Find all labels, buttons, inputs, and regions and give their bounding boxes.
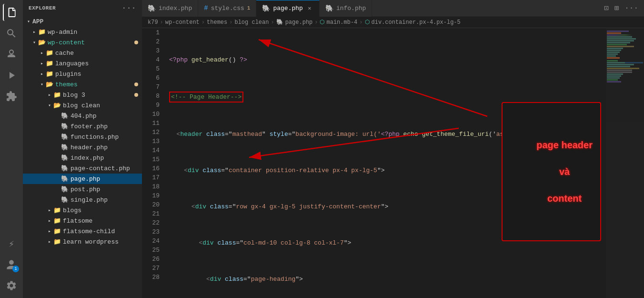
breadcrumb-sep: › <box>229 19 232 26</box>
breadcrumb-main[interactable]: main.mb-4 <box>326 19 357 26</box>
tab-index-php-label: index.php <box>159 5 192 12</box>
breadcrumb-themes[interactable]: themes <box>207 19 227 26</box>
languages-label: languages <box>55 60 89 67</box>
code-editor[interactable]: <?php get_header() ?> <!-- Page Header--… <box>163 28 606 298</box>
tab-info-php[interactable]: 🐘 info.php <box>320 0 372 17</box>
sidebar-item-flatsome-child[interactable]: ▸ 📁 flatsome-child <box>23 226 142 236</box>
sidebar-item-languages[interactable]: ▸ 📁 languages <box>23 58 142 69</box>
php-icon: 🐘 <box>61 175 69 183</box>
breadcrumb-wp-content[interactable]: wp-content <box>165 19 200 26</box>
sidebar-item-headerphp[interactable]: ▸ 🐘 header.php <box>23 142 142 153</box>
php-tab-icon: 🐘 <box>262 4 270 12</box>
sidebar-item-flatsome[interactable]: ▸ 📁 flatsome <box>23 216 142 226</box>
search-icon[interactable] <box>3 25 20 42</box>
sidebar-item-singlephp[interactable]: ▸ 🐘 single.php <box>23 195 142 205</box>
sidebar-item-indexphp[interactable]: ▸ 🐘 index.php <box>23 153 142 163</box>
php-tab-icon: 🐘 <box>325 4 333 12</box>
sidebar-item-pagecontactphp[interactable]: ▸ 🐘 page-contact.php <box>23 163 142 174</box>
arrow-icon: ▸ <box>38 70 46 78</box>
sidebar-item-themes[interactable]: ▾ 📂 themes <box>23 79 142 90</box>
sidebar-item-404php[interactable]: ▸ 🐘 404.php <box>23 111 142 121</box>
plugins-label: plugins <box>55 71 81 78</box>
account-icon[interactable] <box>3 256 20 273</box>
file-pagephp-label: page.php <box>70 175 100 183</box>
arrow-icon: ▾ <box>38 81 46 88</box>
php-icon: 🐘 <box>61 123 69 130</box>
tab-style-css[interactable]: # style.css 1 <box>198 0 256 17</box>
breadcrumb-k79[interactable]: k79 <box>148 19 158 26</box>
source-control-icon[interactable] <box>3 46 20 63</box>
arrow-icon: ▸ <box>46 238 53 246</box>
run-icon[interactable] <box>3 67 20 84</box>
sidebar-item-app[interactable]: ▾ APP <box>23 16 142 27</box>
file-indexphp-label: index.php <box>70 154 104 162</box>
php-icon: 🐘 <box>61 196 69 204</box>
sidebar-item-wp-admin[interactable]: ▸ 📁 wp-admin <box>23 27 142 37</box>
breadcrumb-sep: › <box>201 19 205 26</box>
remote-icon[interactable]: ⚡ <box>3 235 20 252</box>
folder-icon: 📁 <box>53 206 61 214</box>
arrow-icon: ▾ <box>46 102 53 109</box>
annotation-text: page header và content <box>510 125 593 218</box>
php-icon: 🐘 <box>61 112 69 120</box>
more-actions-icon[interactable]: ··· <box>623 2 640 14</box>
tab-page-php-label: page.php <box>273 5 302 12</box>
breadcrumb-sep: › <box>314 19 318 26</box>
breadcrumb-sep: › <box>160 19 163 26</box>
flatsome-label: flatsome <box>63 217 92 225</box>
files-icon[interactable] <box>3 4 20 21</box>
annotation-line2: và <box>559 166 570 177</box>
sidebar-item-footerphp[interactable]: ▸ 🐘 footer.php <box>23 121 142 132</box>
tab-page-php[interactable]: 🐘 page.php ✕ <box>256 0 319 17</box>
split-editor-icon[interactable]: ⊞ <box>613 1 621 15</box>
sidebar-item-cache[interactable]: ▸ 📁 cache <box>23 48 142 58</box>
modified-indicator: 1 <box>247 5 251 11</box>
modified-badge <box>134 82 138 86</box>
sidebar-item-blogclean[interactable]: ▾ 📂 blog clean <box>23 100 142 111</box>
arrow-icon: ▾ <box>25 18 32 25</box>
tab-info-php-label: info.php <box>336 5 366 12</box>
minimap <box>606 28 644 298</box>
sidebar-more-icon[interactable]: ··· <box>122 4 136 12</box>
file-singlephp-label: single.php <box>70 196 108 204</box>
folder-icon: 📁 <box>46 60 53 67</box>
breadcrumb-sep: › <box>271 19 274 26</box>
sidebar-title: EXPLORER <box>29 5 56 11</box>
sidebar-item-functionsphp[interactable]: ▸ 🐘 functions.php <box>23 132 142 142</box>
arrow-icon: ▸ <box>46 217 53 225</box>
breadcrumb-blogclean[interactable]: blog clean <box>234 19 269 26</box>
main-area: 🐘 index.php # style.css 1 🐘 page.php ✕ 🐘… <box>142 0 644 298</box>
breadcrumb-pagephp[interactable]: page.php <box>285 19 313 26</box>
arrow-icon: ▸ <box>30 28 38 36</box>
flatsome-child-label: flatsome-child <box>63 228 115 235</box>
sidebar-item-blogs[interactable]: ▸ 📁 blogs <box>23 205 142 216</box>
folder-icon: 📁 <box>53 238 61 246</box>
wp-content-label: wp-content <box>48 39 85 46</box>
breadcrumb-div-icon: ⬡ <box>365 19 370 26</box>
modified-badge <box>134 41 138 44</box>
settings-icon[interactable] <box>3 277 20 294</box>
sidebar-item-pagephp[interactable]: ▸ 🐘 page.php <box>23 174 142 184</box>
sidebar-item-learn-wordpress[interactable]: ▸ 📁 learn wordpress <box>23 236 142 247</box>
cache-label: cache <box>55 50 74 57</box>
sidebar-item-plugins[interactable]: ▸ 📁 plugins <box>23 69 142 79</box>
tab-bar-actions: ⊡ ⊞ ··· <box>602 1 644 15</box>
folder-icon: 📁 <box>46 70 53 78</box>
themes-label: themes <box>55 81 78 88</box>
breadcrumb-symbol-icon: ⬡ <box>320 19 324 26</box>
blogs-label: blogs <box>63 207 81 214</box>
breadcrumb-div[interactable]: div.container.px-4.px-lg-5 <box>372 19 461 26</box>
php-tab-icon: 🐘 <box>148 4 156 12</box>
file-404php-label: 404.php <box>70 113 97 120</box>
extensions-icon[interactable] <box>3 88 20 105</box>
sidebar-item-postphp[interactable]: ▸ 🐘 post.php <box>23 184 142 195</box>
folder-icon: 📁 <box>53 91 61 99</box>
tab-close-icon[interactable]: ✕ <box>306 5 313 12</box>
arrow-icon: ▸ <box>38 60 46 67</box>
sidebar-item-blog3[interactable]: ▸ 📁 blog 3 <box>23 90 142 100</box>
open-editors-icon[interactable]: ⊡ <box>602 1 611 15</box>
tab-index-php[interactable]: 🐘 index.php <box>142 0 198 17</box>
blogclean-label: blog clean <box>63 102 100 109</box>
sidebar-item-wp-content[interactable]: ▾ 📂 wp-content <box>23 37 142 48</box>
arrow-icon: ▸ <box>46 227 53 235</box>
